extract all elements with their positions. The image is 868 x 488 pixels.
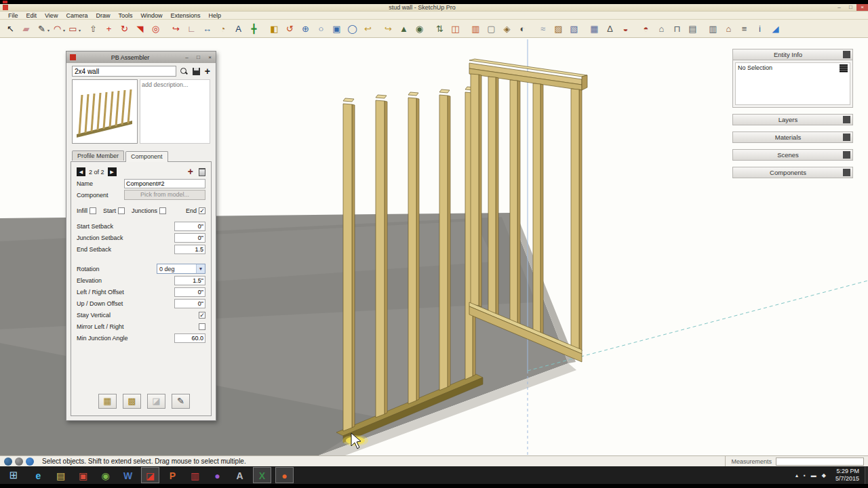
layers-panel-header[interactable]: Layers [732,114,853,125]
taskbar-powerpoint-icon[interactable]: P [163,467,182,483]
elevation-input[interactable] [174,276,205,285]
pan-tool-icon[interactable]: ⊕ [298,22,313,36]
solid-subtract-tool-icon[interactable]: ◓ [639,22,653,36]
pb-maximize-button[interactable]: □ [193,53,204,62]
build-assembly-button[interactable]: ▦ [98,394,117,409]
menu-tools[interactable]: Tools [114,12,136,19]
walk-tool-icon[interactable]: ⇅ [433,22,447,36]
top-view-icon[interactable]: ⊓ [670,22,684,36]
orbit-tool-icon[interactable]: ↺ [283,22,297,36]
tray-action-center-icon[interactable]: ▪ [804,472,806,479]
taskbar-media-app-icon[interactable]: ▣ [74,467,92,483]
offset-tool-icon[interactable]: ◎ [149,22,163,36]
geolocation-status-icon[interactable] [4,458,12,466]
taskbar-app-purple-icon[interactable]: ● [208,467,226,483]
look-around-tool-icon[interactable]: ◉ [412,22,427,36]
delete-component-icon[interactable] [199,168,205,176]
show-desktop-button[interactable] [865,466,868,484]
entity-info-panel-header[interactable]: Entity Info [732,49,853,60]
rebuild-assembly-button[interactable]: ▩ [123,394,141,409]
panel-detach-button[interactable] [843,116,850,123]
pb-minimize-button[interactable]: – [181,53,193,62]
search-icon[interactable] [180,68,188,75]
taskbar-clock[interactable]: 5:29 PM 5/7/2015 [835,468,859,483]
next-view-icon[interactable]: ↪ [381,22,395,36]
components-panel-header[interactable]: Components [732,167,853,178]
add-component-icon[interactable]: + [188,168,193,176]
move-tool-icon[interactable]: + [102,22,116,36]
taskbar-app-gray-icon[interactable]: A [231,467,249,483]
minimize-button[interactable]: – [833,4,845,11]
arc-tool-icon[interactable]: ◠▾ [50,22,64,36]
shadows-toggle-icon[interactable]: ◐ [515,22,530,36]
fog-toggle-icon[interactable]: ≈ [536,22,550,36]
start-button[interactable]: ⊞ [0,466,27,484]
component-browser-icon[interactable]: ◈ [500,22,514,36]
scale-tool-icon[interactable]: ◥ [133,22,147,36]
taskbar-word-icon[interactable]: W [119,467,137,483]
help-status-icon[interactable] [26,458,34,466]
warehouse-icon[interactable]: ⌂ [722,22,736,36]
materials-panel-header[interactable]: Materials [732,131,853,143]
menu-camera[interactable]: Camera [62,12,92,19]
menu-edit[interactable]: Edit [22,12,41,19]
start-setback-input[interactable] [174,222,205,231]
min-junction-angle-input[interactable] [174,333,205,343]
pick-from-model-button[interactable]: Pick from model... [124,190,205,200]
section-fill-toggle-icon[interactable]: ▥ [469,22,483,36]
paint-bucket-tool-icon[interactable]: ◧ [267,22,281,36]
assembly-name-input[interactable] [72,66,176,77]
description-textarea[interactable] [140,79,210,144]
styles-browser-icon[interactable]: ▧ [567,22,581,36]
position-camera-tool-icon[interactable]: ▲ [397,22,411,36]
menu-draw[interactable]: Draw [92,12,114,19]
lr-offset-input[interactable] [174,287,205,297]
measure-angle-tool-icon[interactable]: ∆ [603,22,617,36]
pb-close-button[interactable]: × [204,53,216,62]
shape-tool-icon[interactable]: ▭▾ [66,22,80,36]
taskbar-sketchup-icon[interactable]: ◪ [141,467,159,483]
panel-detach-button[interactable] [843,134,850,141]
assembly-thumbnail[interactable] [72,79,138,144]
rotate-tool-icon[interactable]: ↻ [117,22,132,36]
menu-extensions[interactable]: Extensions [166,12,204,19]
taskbar-ie-icon[interactable]: e [29,467,47,483]
taskbar-chrome-icon[interactable]: ◉ [96,467,115,483]
match-photo-icon[interactable]: ▦ [587,22,601,36]
panel-detach-button[interactable] [843,51,850,58]
validate-assembly-button[interactable]: ◪ [147,394,165,409]
entity-details-toggle-icon[interactable] [840,64,848,73]
push-pull-tool-icon[interactable]: ⇧ [86,22,100,36]
front-view-icon[interactable]: ▤ [686,22,700,36]
line-tool-icon[interactable]: ✎▾ [35,22,49,36]
infill-checkbox[interactable] [90,207,96,214]
zoom-extents-tool-icon[interactable]: ◯ [345,22,359,36]
measurements-input[interactable] [776,458,864,466]
prev-component-button[interactable]: ◀ [77,167,85,176]
panel-detach-button[interactable] [843,169,850,176]
text-tool-icon[interactable]: A [231,22,245,36]
menu-window[interactable]: Window [136,12,166,19]
menu-help[interactable]: Help [204,12,225,19]
end-setback-input[interactable] [174,245,205,254]
junction-setback-input[interactable] [174,233,205,243]
taskbar-excel-icon[interactable]: X [253,467,271,483]
eraser-tool-icon[interactable]: ▰ [19,22,33,36]
tape-measure-tool-icon[interactable]: ∟ [184,22,199,36]
menu-view[interactable]: View [41,12,62,19]
end-checkbox[interactable]: ✓ [199,207,205,214]
start-checkbox[interactable] [118,207,125,214]
model-info-icon[interactable]: i [753,22,767,36]
next-component-button[interactable]: ▶ [108,167,117,176]
tab-profile-member[interactable]: Profile Member [72,150,124,161]
materials-browser-icon[interactable]: ▨ [551,22,566,36]
select-tool-icon[interactable]: ↖ [3,22,18,36]
taskbar-app-red-icon[interactable]: ▥ [186,467,204,483]
panel-detach-button[interactable] [843,151,850,159]
tray-volume-icon[interactable]: ◆ [822,472,826,479]
add-assembly-icon[interactable]: + [205,68,210,75]
previous-view-icon[interactable]: ↩ [361,22,375,36]
iso-view-icon[interactable]: ⌂ [654,22,669,36]
protractor-tool-icon[interactable]: ◔ [216,22,230,36]
taskbar-app-orange-icon[interactable]: ● [275,467,294,483]
